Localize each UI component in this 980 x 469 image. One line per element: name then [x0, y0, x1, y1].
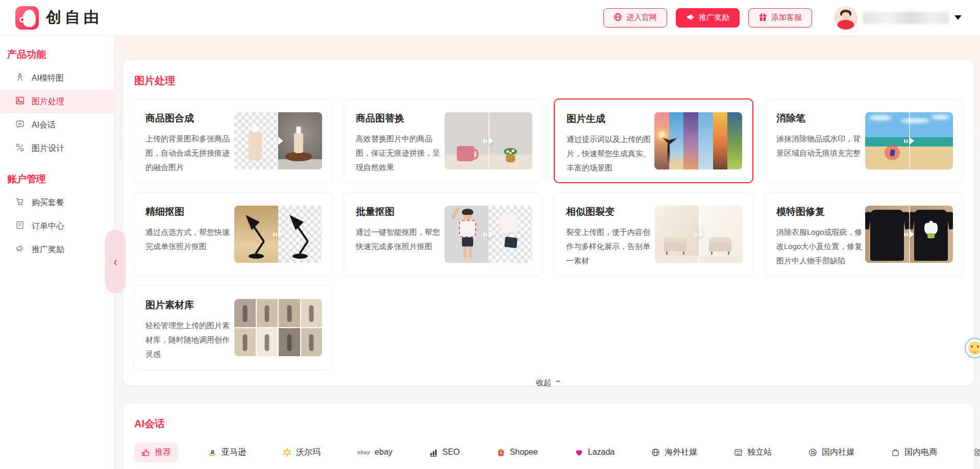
tab-domestic-ecommerce[interactable]: 国内电商 — [884, 442, 944, 462]
lazada-heart-icon — [575, 448, 583, 457]
sidebar-item-ai-model[interactable]: AI模特图 — [0, 66, 114, 90]
sidebar-item-label: 推广奖励 — [32, 244, 64, 255]
feature-card-grid: 商品图合成 上传的背景图和多张商品图，自动合成无拼接痕迹的融合图片 商品图替换 … — [133, 98, 964, 370]
app-logo[interactable]: 创自由 — [15, 6, 103, 30]
sidebar-item-ai-chat[interactable]: AI AI会话 — [0, 113, 114, 137]
card-thumbnail — [234, 299, 322, 356]
sidebar-heading-product: 产品功能 — [0, 36, 114, 66]
sidebar-item-buy-plan[interactable]: 购买套餐 — [0, 191, 114, 214]
tab-label: Lazada — [588, 448, 615, 457]
card-thumbnail — [655, 206, 743, 263]
sidebar-item-label: AI会话 — [32, 120, 56, 131]
megaphone-icon — [686, 13, 695, 23]
card-thumbnail — [865, 112, 953, 169]
card-thumbnail — [865, 206, 953, 263]
cart-icon — [15, 197, 24, 208]
tab-ebay[interactable]: ebay ebay — [350, 443, 400, 461]
sidebar-item-label: 图片设计 — [32, 143, 64, 154]
circle-at-icon — [808, 448, 817, 457]
sidebar-item-image-processing[interactable]: 图片处理 — [0, 90, 114, 113]
promo-reward-label: 推广奖励 — [699, 13, 729, 22]
amazon-icon: a — [208, 448, 217, 457]
tab-lazada[interactable]: Lazada — [568, 443, 622, 461]
tab-independent-site[interactable]: 独立站 — [727, 442, 779, 462]
sidebar-item-label: 图片处理 — [32, 96, 64, 107]
collapse-button[interactable]: 收起 ⌃ — [123, 378, 974, 388]
card-image-generate[interactable]: 图片生成 通过提示词以及上传的图片，快速帮您生成真实、丰富的场景图 — [554, 98, 753, 183]
card-thumbnail — [234, 206, 322, 263]
tab-label: 亚马逊 — [222, 447, 246, 458]
sidebar-item-label: 订单中心 — [32, 221, 64, 232]
model-icon — [15, 72, 24, 84]
tab-domestic-social[interactable]: 国内社媒 — [801, 442, 862, 462]
card-desc: 高效替换图片中的商品图，保证无痕迹拼接，呈现自然效果 — [356, 132, 444, 175]
tab-amazon[interactable]: a 亚马逊 — [201, 442, 253, 462]
thumbs-up-icon — [141, 448, 150, 457]
globe-outline-icon — [651, 448, 660, 457]
sidebar: 产品功能 AI模特图 图片处理 AI AI会话 图片设计 账户管理 购买套餐 — [0, 36, 114, 469]
tab-recommended[interactable]: 推荐 — [134, 442, 178, 462]
card-desc: 通过提示词以及上传的图片，快速帮您生成真实、丰富的场景图 — [567, 132, 654, 175]
chevron-left-icon: ‹ — [113, 253, 117, 270]
card-desc: 轻松管理您上传的图片素材库，随时随地调用创作灵感 — [145, 318, 233, 361]
tab-label: 海外社媒 — [665, 447, 697, 458]
globe-icon — [614, 13, 622, 23]
header-actions: 进入官网 推广奖励 添加客服 — [603, 6, 962, 30]
tab-other[interactable]: 其他 — [967, 442, 980, 462]
card-thumbnail — [234, 112, 322, 169]
tab-seo[interactable]: SEO — [422, 443, 467, 461]
card-similar-fission[interactable]: 相似图裂变 裂变上传图，便于内容创作与多样化展示，告别单一素材 — [554, 192, 753, 277]
ai-chat-section: AI会话 推荐 a 亚马逊 沃尔玛 ebay — [123, 403, 974, 469]
tab-shopee[interactable]: S Shopee — [489, 443, 545, 461]
card-desc: 涂抹消除物品或水印，背景区域自动无痕填充完整 — [776, 132, 864, 160]
card-desc: 通过点选方式，帮您快速完成单张照片抠图 — [145, 225, 233, 254]
sidebar-item-promo-reward[interactable]: 推广奖励 — [0, 238, 114, 261]
brand-name: 创自由 — [46, 7, 103, 28]
add-support-button[interactable]: 添加客服 — [748, 8, 812, 28]
section-title: 图片处理 — [123, 60, 974, 88]
svg-text:a: a — [211, 448, 214, 455]
card-model-fix[interactable]: 模特图修复 消除衣服Logo或瑕疵，修改Logo大小及位置，修复图片中人物手部缺… — [764, 192, 964, 277]
card-thumbnail — [654, 112, 742, 169]
section-title: AI会话 — [123, 403, 974, 431]
grid-icon — [974, 448, 980, 457]
card-fine-cutout[interactable]: 精细抠图 通过点选方式，帮您快速完成单张照片抠图 — [133, 192, 333, 277]
card-desc: 裂变上传图，便于内容创作与多样化展示，告别单一素材 — [566, 225, 654, 268]
shopee-bag-icon: S — [497, 448, 505, 457]
card-product-merge[interactable]: 商品图合成 上传的背景图和多张商品图，自动合成无拼接痕迹的融合图片 — [133, 98, 333, 183]
shopping-bag-icon — [891, 448, 900, 457]
gift-icon — [758, 13, 767, 23]
collapse-label: 收起 — [536, 378, 551, 388]
walmart-spark-icon — [283, 448, 291, 457]
sidebar-collapse-handle[interactable]: ‹ — [105, 230, 126, 293]
tab-overseas-social[interactable]: 海外社媒 — [644, 442, 704, 462]
card-eraser-pen[interactable]: 消除笔 涂抹消除物品或水印，背景区域自动无痕填充完整 — [764, 98, 964, 183]
tab-label: ebay — [375, 448, 393, 457]
promo-reward-button[interactable]: 推广奖励 — [676, 8, 740, 28]
tab-label: 推荐 — [155, 447, 171, 458]
card-image-library[interactable]: 图片素材库 轻松管理您上传的图片素材库，随时随地调用创作灵感 — [133, 285, 333, 370]
card-batch-cutout[interactable]: 批量抠图 通过一键智能抠图，帮您快速完成多张照片抠图 — [344, 192, 543, 277]
top-header: 创自由 进入官网 推广奖励 添加客服 — [0, 0, 980, 36]
tab-label: SEO — [443, 448, 460, 457]
ebay-icon: ebay — [357, 449, 370, 455]
card-thumbnail — [445, 112, 532, 169]
add-support-label: 添加客服 — [771, 13, 802, 22]
tab-walmart[interactable]: 沃尔玛 — [276, 442, 328, 462]
sidebar-item-orders[interactable]: 订单中心 — [0, 214, 114, 238]
bar-chart-icon — [429, 448, 438, 457]
card-thumbnail — [445, 206, 532, 263]
main-content: 图片处理 商品图合成 上传的背景图和多张商品图，自动合成无拼接痕迹的融合图片 商… — [114, 36, 980, 469]
image-processing-section: 图片处理 商品图合成 上传的背景图和多张商品图，自动合成无拼接痕迹的融合图片 商… — [123, 60, 974, 385]
logo-icon — [15, 6, 39, 30]
browser-window-icon — [734, 448, 743, 457]
design-icon — [15, 143, 24, 154]
tab-label: 国内电商 — [904, 447, 937, 458]
template-category-tabs: 推荐 a 亚马逊 沃尔玛 ebay ebay — [134, 441, 962, 463]
enter-site-button[interactable]: 进入官网 — [603, 8, 667, 28]
chevron-up-icon: ⌃ — [554, 379, 562, 387]
tab-label: 沃尔玛 — [296, 447, 321, 458]
card-product-replace[interactable]: 商品图替换 高效替换图片中的商品图，保证无痕迹拼接，呈现自然效果 — [344, 98, 543, 183]
sidebar-item-image-design[interactable]: 图片设计 — [0, 137, 114, 160]
user-menu[interactable] — [834, 6, 962, 30]
